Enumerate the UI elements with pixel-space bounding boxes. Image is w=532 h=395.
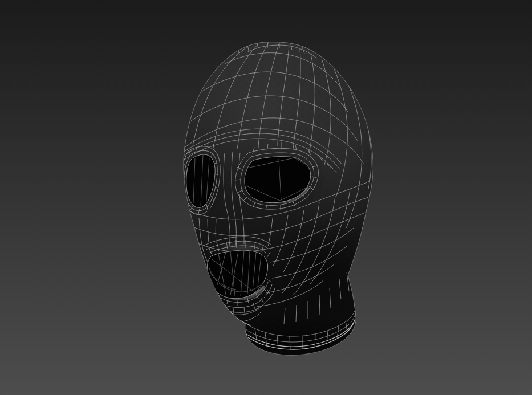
- head-model: [165, 34, 405, 373]
- viewport-3d-canvas[interactable]: [0, 0, 532, 395]
- viewport-3d: [0, 0, 532, 395]
